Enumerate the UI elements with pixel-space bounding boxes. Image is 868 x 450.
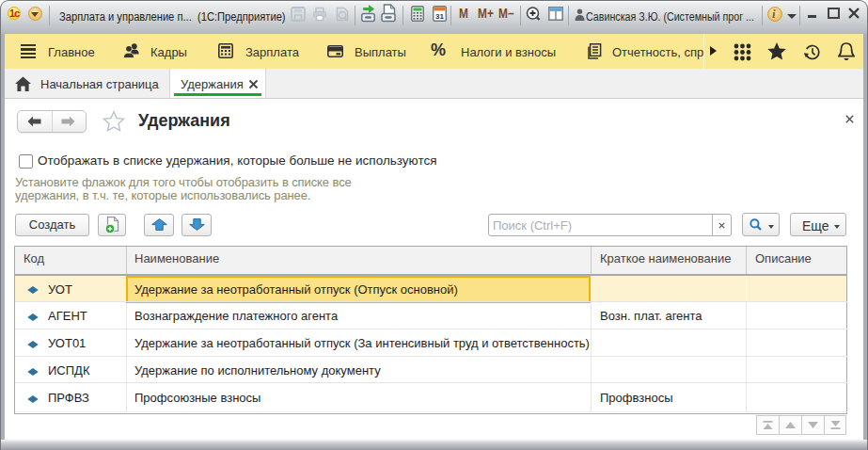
svg-text:31: 31 [435, 12, 444, 21]
